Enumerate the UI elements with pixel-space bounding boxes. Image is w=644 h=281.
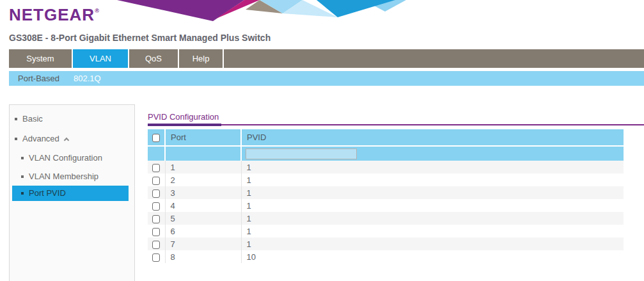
- pvid-cell: 10: [241, 250, 624, 263]
- bullet-icon: [15, 138, 17, 140]
- banner-art: [109, 0, 406, 22]
- table-row: 71: [148, 237, 624, 250]
- sub-nav: Port-Based802.1Q: [9, 71, 644, 86]
- sidebar-item-port-pvid[interactable]: Port PVID: [12, 186, 129, 201]
- pvid-edit-row: [148, 146, 624, 161]
- bullet-icon: [21, 157, 24, 159]
- row-checkbox[interactable]: [152, 177, 160, 185]
- bullet-icon: [21, 175, 24, 178]
- subnav-item-802-1q[interactable]: 802.1Q: [74, 74, 101, 83]
- table-row: 810: [148, 250, 624, 263]
- bullet-icon: [21, 192, 24, 195]
- pvid-cell: 1: [241, 173, 624, 186]
- table-row: 11: [148, 161, 624, 173]
- sidebar-item-vlan-membership[interactable]: VLAN Membership: [10, 169, 134, 184]
- sidebar-item-vlan-configuration[interactable]: VLAN Configuration: [10, 150, 134, 166]
- pvid-input[interactable]: [246, 149, 357, 159]
- row-checkbox[interactable]: [152, 202, 160, 211]
- sidebar-item-basic[interactable]: Basic: [10, 111, 134, 127]
- port-cell: 2: [165, 173, 241, 186]
- bullet-icon: [15, 118, 17, 120]
- heading-divider: [148, 124, 644, 125]
- row-checkbox[interactable]: [152, 241, 160, 249]
- tab-help[interactable]: Help: [179, 49, 224, 68]
- sidebar-item-label: Port PVID: [29, 188, 66, 198]
- port-cell: 3: [165, 186, 241, 199]
- tab-vlan[interactable]: VLAN: [73, 49, 129, 68]
- pvid-cell: 1: [241, 186, 624, 199]
- section-heading: PVID Configuration: [148, 109, 221, 126]
- pvid-cell: 1: [241, 161, 624, 173]
- subnav-item-port-based[interactable]: Port-Based: [18, 74, 59, 83]
- page-title: GS308E - 8-Port Gigabit Ethernet Smart M…: [9, 33, 271, 43]
- sidebar-item-label: Basic: [22, 114, 43, 124]
- pvid-cell: 1: [241, 199, 624, 212]
- sidebar: BasicAdvancedVLAN ConfigurationVLAN Memb…: [9, 104, 135, 281]
- collapse-caret-icon[interactable]: [64, 138, 69, 143]
- pvid-cell: 1: [241, 237, 624, 250]
- row-checkbox[interactable]: [152, 253, 160, 262]
- pvid-table-body: 11213141516171810: [148, 161, 624, 263]
- main-panel: PVID Configuration Port PVID 11213141516…: [148, 109, 644, 263]
- pvid-table-header: Port PVID: [148, 129, 624, 161]
- row-checkbox[interactable]: [152, 228, 160, 236]
- port-cell: 7: [165, 237, 241, 250]
- table-row: 61: [148, 225, 624, 237]
- netgear-logo-text: NETGEAR: [9, 5, 95, 24]
- row-checkbox[interactable]: [152, 189, 160, 198]
- sidebar-item-label: VLAN Configuration: [29, 153, 102, 163]
- pvid-cell: 1: [241, 225, 624, 237]
- sidebar-item-advanced[interactable]: Advanced: [10, 131, 134, 147]
- table-row: 51: [148, 212, 624, 225]
- sidebar-item-label: Advanced: [22, 134, 59, 143]
- select-all-checkbox[interactable]: [152, 134, 160, 142]
- tab-system[interactable]: System: [9, 49, 73, 68]
- port-cell: 5: [165, 212, 241, 225]
- port-cell: 6: [165, 225, 241, 237]
- tab-qos[interactable]: QoS: [129, 49, 179, 68]
- row-checkbox[interactable]: [152, 164, 160, 172]
- table-row: 41: [148, 199, 624, 212]
- row-checkbox[interactable]: [152, 215, 160, 223]
- column-header-pvid: PVID: [241, 129, 624, 146]
- pvid-table: Port PVID 11213141516171810: [148, 129, 624, 263]
- port-cell: 4: [165, 199, 241, 212]
- top-nav: SystemVLANQoSHelp: [9, 49, 644, 68]
- table-row: 31: [148, 186, 624, 199]
- port-cell: 1: [165, 161, 241, 173]
- sidebar-item-label: VLAN Membership: [29, 172, 98, 181]
- port-cell: 8: [165, 250, 241, 263]
- netgear-logo: NETGEAR®: [9, 5, 99, 25]
- pvid-cell: 1: [241, 212, 624, 225]
- column-header-port: Port: [165, 129, 241, 146]
- registered-mark: ®: [95, 8, 99, 14]
- table-row: 21: [148, 173, 624, 186]
